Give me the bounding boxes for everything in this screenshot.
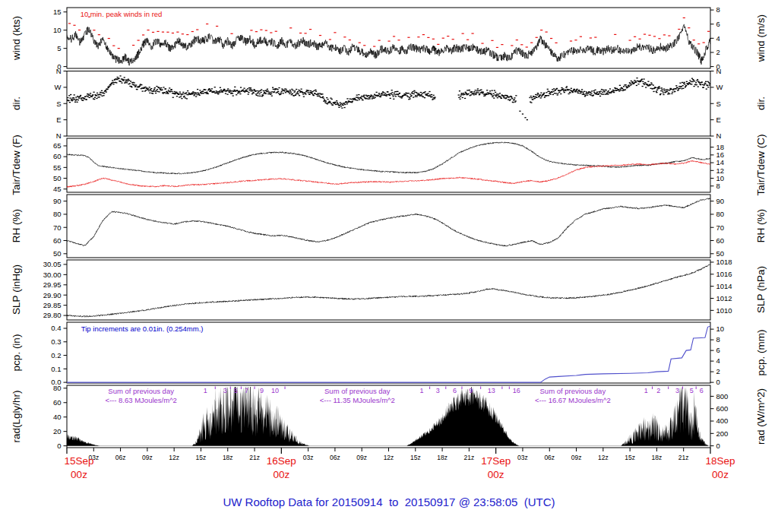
dir-point bbox=[156, 86, 157, 87]
dir-point bbox=[123, 79, 125, 80]
dir-point bbox=[632, 81, 634, 82]
dir-point bbox=[618, 90, 619, 90]
dir-point bbox=[664, 90, 666, 90]
dir-point bbox=[166, 93, 167, 93]
dir-point bbox=[515, 100, 517, 101]
dir-point bbox=[370, 97, 372, 97]
dir-point bbox=[312, 93, 313, 94]
rad-left-tick-label: 60 bbox=[53, 398, 62, 407]
dir-point bbox=[232, 95, 234, 96]
dir-point bbox=[681, 88, 682, 89]
dir-point bbox=[462, 97, 463, 98]
dir-point bbox=[214, 87, 216, 87]
dir-point bbox=[672, 92, 673, 93]
day-label-time: 00z bbox=[712, 469, 729, 480]
dir-point bbox=[101, 90, 103, 91]
wind-right-tick-label: 8 bbox=[716, 5, 720, 14]
dir-point bbox=[243, 88, 245, 89]
dir-point bbox=[394, 91, 396, 92]
dir-point bbox=[184, 96, 185, 97]
slp-left-tick-label: 30.00 bbox=[43, 271, 62, 279]
dir-point bbox=[251, 89, 252, 90]
time-tick-label: 18z bbox=[652, 454, 663, 461]
dir-point bbox=[210, 90, 212, 91]
dir-point bbox=[502, 96, 504, 97]
dir-point bbox=[585, 93, 587, 94]
day-label-date: 15Sep bbox=[64, 455, 93, 467]
dir-point bbox=[94, 97, 96, 98]
dir-point bbox=[572, 92, 574, 93]
dir-point bbox=[136, 89, 138, 90]
dir-point bbox=[332, 105, 334, 106]
dir-point bbox=[267, 89, 268, 90]
dir-point bbox=[167, 93, 169, 94]
dir-point bbox=[636, 85, 637, 86]
dir-point bbox=[619, 85, 621, 86]
dir-point bbox=[565, 90, 567, 91]
dir-point bbox=[562, 90, 564, 90]
dir-point bbox=[365, 95, 367, 96]
dir-point bbox=[386, 94, 387, 95]
dir-point bbox=[522, 113, 523, 114]
dir-point bbox=[346, 98, 348, 99]
time-tick-label: 12z bbox=[169, 454, 179, 461]
slp-frame bbox=[67, 260, 710, 320]
rad-hour-number: 5 bbox=[690, 387, 694, 394]
dir-point bbox=[668, 93, 669, 93]
dir-point bbox=[159, 91, 160, 92]
dir-point bbox=[700, 84, 701, 85]
dir-point bbox=[368, 99, 369, 100]
rad-sum-label-0: Sum of previous day bbox=[108, 387, 174, 395]
dir-point bbox=[358, 98, 359, 99]
dir-point bbox=[258, 90, 260, 91]
dir-point bbox=[313, 95, 315, 96]
dir-point bbox=[606, 90, 607, 90]
dir-point bbox=[297, 91, 299, 92]
dir-point bbox=[581, 89, 583, 90]
dir-point bbox=[418, 93, 419, 93]
dir-point bbox=[378, 93, 380, 93]
tair-panel: 455055606581012141618 bbox=[53, 138, 724, 193]
pcp-annotation: Tip increments are 0.01in. (0.254mm.) bbox=[81, 325, 204, 333]
dir-point bbox=[119, 75, 121, 76]
dir-point bbox=[397, 94, 399, 95]
dir-left-axis-title: dir. bbox=[11, 97, 22, 110]
dir-point bbox=[109, 84, 111, 85]
dir-point bbox=[68, 95, 70, 96]
SLP_inHg-trace bbox=[67, 264, 710, 317]
dir-point bbox=[157, 91, 159, 92]
dir-point bbox=[691, 78, 693, 79]
dir-point bbox=[192, 93, 194, 94]
dir-point bbox=[550, 93, 552, 94]
dir-point bbox=[207, 93, 209, 94]
dir-point bbox=[679, 88, 681, 89]
dir-point bbox=[258, 95, 259, 96]
dir-point bbox=[685, 87, 686, 87]
dir-point bbox=[501, 98, 502, 99]
dir-point bbox=[466, 93, 467, 94]
dir-point bbox=[599, 96, 601, 97]
dir-point bbox=[232, 93, 233, 93]
dir-point bbox=[650, 82, 652, 83]
dir-point bbox=[135, 84, 137, 85]
dir-point bbox=[534, 98, 536, 99]
dir-point bbox=[194, 94, 195, 95]
dir-point bbox=[509, 100, 511, 101]
dir-point bbox=[590, 93, 592, 93]
dir-point bbox=[689, 80, 691, 81]
dir-point bbox=[117, 77, 119, 78]
dir-point bbox=[213, 91, 215, 92]
dir-right-tick-label: N bbox=[716, 67, 722, 75]
dir-point bbox=[661, 87, 663, 88]
dir-point bbox=[128, 80, 130, 81]
dir-point bbox=[251, 90, 252, 91]
dir-point bbox=[692, 81, 694, 82]
dir-point bbox=[318, 93, 319, 94]
dir-point bbox=[413, 90, 415, 91]
dir-point bbox=[618, 90, 620, 91]
dir-point bbox=[667, 93, 669, 94]
dir-point bbox=[469, 90, 470, 90]
wind-ms-axis-title: wind (m/s) bbox=[755, 14, 767, 62]
dir-point bbox=[565, 87, 567, 88]
dir-point bbox=[290, 93, 292, 93]
